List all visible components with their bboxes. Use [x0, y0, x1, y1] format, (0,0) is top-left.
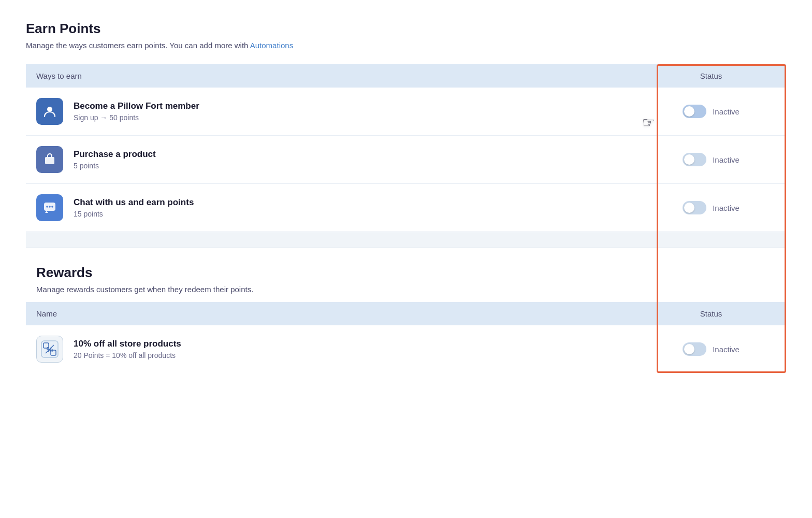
earn-table: Ways to earn Status Become a Pillow Fort… — [26, 64, 786, 232]
discount-status: Inactive — [646, 342, 776, 356]
purchase-status-label: Inactive — [713, 155, 740, 164]
rewards-section: Rewards Manage rewards customers get whe… — [26, 248, 786, 302]
purchase-subtitle: 5 points — [74, 162, 646, 170]
earn-row-purchase: Purchase a product 5 points Inactive — [26, 136, 786, 184]
svg-point-4 — [49, 206, 51, 208]
discount-toggle[interactable] — [683, 342, 706, 356]
discount-subtitle: 20 Points = 10% off all products — [74, 351, 646, 359]
earn-header-ways-label: Ways to earn — [36, 71, 646, 80]
page-title: Earn Points — [26, 21, 786, 37]
section-separator — [26, 232, 786, 248]
svg-point-0 — [47, 107, 52, 112]
discount-title: 10% off all store products — [74, 339, 646, 349]
automations-link[interactable]: Automations — [250, 41, 293, 50]
main-content: Ways to earn Status Become a Pillow Fort… — [26, 64, 786, 373]
page-subtitle: Manage the ways customers earn points. Y… — [26, 41, 786, 50]
purchase-status: Inactive — [646, 153, 776, 166]
rewards-table-header: Name Status — [26, 302, 786, 325]
svg-point-5 — [51, 206, 53, 208]
purchase-icon — [36, 146, 63, 173]
chat-toggle-slider — [683, 201, 706, 214]
purchase-title: Purchase a product — [74, 149, 646, 160]
svg-point-3 — [46, 206, 48, 208]
chat-content: Chat with us and earn points 15 points — [74, 197, 646, 218]
chat-subtitle: 15 points — [74, 210, 646, 218]
member-title: Become a Pillow Fort member — [74, 101, 646, 111]
earn-row-member: Become a Pillow Fort member Sign up → 50… — [26, 88, 786, 136]
hand-cursor-icon: ☞ — [642, 114, 655, 131]
discount-status-label: Inactive — [713, 345, 740, 354]
chat-status-label: Inactive — [713, 204, 740, 212]
member-toggle[interactable] — [683, 105, 706, 118]
chat-icon — [36, 194, 63, 221]
chat-title: Chat with us and earn points — [74, 197, 646, 208]
member-icon — [36, 98, 63, 125]
rewards-title: Rewards — [36, 265, 776, 281]
rewards-header-name-label: Name — [36, 309, 646, 318]
discount-toggle-slider — [683, 342, 706, 356]
discount-content: 10% off all store products 20 Points = 1… — [74, 339, 646, 359]
member-status: ☞ Inactive — [646, 105, 776, 118]
member-content: Become a Pillow Fort member Sign up → 50… — [74, 101, 646, 122]
member-status-label: Inactive — [713, 107, 740, 116]
rewards-row-discount: % 10% off all store products 20 Points =… — [26, 325, 786, 373]
member-subtitle: Sign up → 50 points — [74, 113, 646, 122]
purchase-content: Purchase a product 5 points — [74, 149, 646, 170]
rewards-table: Name Status % 10% off all store products… — [26, 302, 786, 373]
earn-table-header: Ways to earn Status — [26, 64, 786, 88]
chat-status: Inactive — [646, 201, 776, 214]
chat-toggle[interactable] — [683, 201, 706, 214]
member-toggle-slider — [683, 105, 706, 118]
earn-header-status-label: Status — [646, 71, 776, 80]
purchase-toggle-slider — [683, 153, 706, 166]
earn-row-chat: Chat with us and earn points 15 points I… — [26, 184, 786, 232]
purchase-toggle[interactable] — [683, 153, 706, 166]
rewards-subtitle: Manage rewards customers get when they r… — [36, 285, 776, 294]
percent-icon: % — [36, 336, 63, 363]
rewards-header-status-label: Status — [646, 309, 776, 318]
svg-rect-1 — [45, 157, 54, 164]
